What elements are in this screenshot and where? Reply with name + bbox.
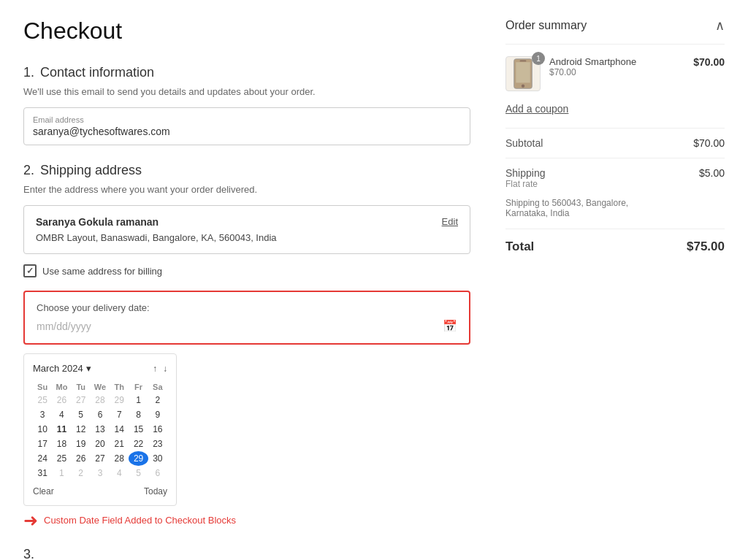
cal-day[interactable]: 16: [148, 422, 167, 437]
cal-day[interactable]: 24: [33, 451, 52, 466]
cal-day[interactable]: 27: [72, 393, 91, 407]
cal-day[interactable]: 26: [52, 393, 71, 407]
cal-day[interactable]: 30: [148, 451, 167, 466]
cal-day[interactable]: 27: [91, 451, 110, 466]
cal-day[interactable]: 22: [129, 437, 148, 451]
shipping-section: 2. Shipping address Enter the address wh…: [23, 163, 470, 529]
cal-day[interactable]: 15: [129, 422, 148, 437]
cal-day[interactable]: 1: [52, 466, 71, 480]
left-column: Checkout 1. Contact information We'll us…: [23, 18, 470, 560]
product-price: $70.00: [693, 56, 725, 68]
address-line: OMBR Layout, Banaswadi, Bangalore, KA, 5…: [36, 232, 458, 243]
cal-day[interactable]: 12: [72, 422, 91, 437]
shipping-label: Shipping: [505, 167, 546, 179]
cal-day[interactable]: 4: [52, 407, 71, 422]
cal-day-selected[interactable]: 29: [129, 451, 148, 466]
shipping-value: $5.00: [699, 167, 725, 179]
cal-day[interactable]: 1: [129, 393, 148, 407]
delivery-date-box: Choose your delivery date: mm/dd/yyyy 📅: [23, 291, 470, 345]
section-3-heading: 3.: [23, 547, 470, 560]
email-input-group: Email address saranya@tychesoftwares.com: [23, 107, 470, 145]
calendar-icon[interactable]: 📅: [443, 319, 457, 333]
cal-day[interactable]: 25: [52, 451, 71, 466]
cal-day[interactable]: 7: [110, 407, 129, 422]
cal-day[interactable]: 28: [110, 451, 129, 466]
cal-day[interactable]: 29: [110, 393, 129, 407]
date-placeholder: mm/dd/yyyy: [37, 321, 91, 332]
calendar-widget: March 2024 ▾ ↑ ↓ Su Mo Tu We Th Fr Sa: [23, 353, 177, 506]
cal-day[interactable]: 28: [91, 393, 110, 407]
cal-day[interactable]: 31: [33, 466, 52, 480]
order-summary-header: Order summary ∧: [505, 18, 725, 45]
order-summary-title: Order summary: [505, 19, 587, 32]
shipping-description: Enter the address where you want your or…: [23, 184, 470, 195]
cal-day[interactable]: 9: [148, 407, 167, 422]
order-summary-toggle[interactable]: ∧: [715, 18, 725, 34]
svg-rect-1: [516, 62, 530, 83]
cal-day[interactable]: 10: [33, 422, 52, 437]
cal-day[interactable]: 23: [148, 437, 167, 451]
cal-header-tu: Tu: [72, 381, 91, 393]
contact-section-number: 1.: [23, 65, 34, 80]
add-coupon-link[interactable]: Add a coupon: [505, 103, 725, 115]
cal-day[interactable]: 19: [72, 437, 91, 451]
email-label: Email address: [33, 115, 461, 124]
subtotal-label: Subtotal: [505, 137, 543, 149]
order-summary-panel: Order summary ∧ 1 Android Smartphone: [505, 18, 725, 560]
edit-address-link[interactable]: Edit: [442, 216, 458, 227]
svg-rect-3: [520, 61, 527, 62]
email-value: saranya@tychesoftwares.com: [33, 126, 170, 137]
cal-day[interactable]: 26: [72, 451, 91, 466]
calendar-grid: Su Mo Tu We Th Fr Sa 25 26 27 28 29 1 2: [33, 381, 167, 480]
calendar-dropdown-icon[interactable]: ▾: [86, 363, 91, 374]
product-info: Android Smartphone $70.00: [549, 56, 684, 77]
calendar-clear-link[interactable]: Clear: [33, 486, 54, 496]
product-quantity-badge: 1: [532, 52, 545, 65]
summary-divider-1: [505, 128, 725, 129]
calendar-prev-arrow[interactable]: ↑: [153, 364, 157, 374]
summary-divider-2: [505, 158, 725, 158]
cal-day[interactable]: 13: [91, 422, 110, 437]
cal-day[interactable]: 5: [129, 466, 148, 480]
subtotal-value: $70.00: [693, 137, 725, 149]
calendar-month-year: March 2024 ▾: [33, 363, 91, 374]
date-input-row: mm/dd/yyyy 📅: [37, 319, 457, 333]
calendar-today-link[interactable]: Today: [144, 486, 167, 496]
cal-day[interactable]: 3: [33, 407, 52, 422]
contact-section-title: Contact information: [40, 65, 154, 80]
cal-day[interactable]: 5: [72, 407, 91, 422]
cal-day[interactable]: 6: [91, 407, 110, 422]
shipping-row: Shipping Flat rate $5.00: [505, 167, 725, 189]
cal-day[interactable]: 14: [110, 422, 129, 437]
cal-day[interactable]: 2: [148, 393, 167, 407]
section-3-number: 3.: [23, 547, 34, 560]
cal-day[interactable]: 2: [72, 466, 91, 480]
cal-day[interactable]: 11: [52, 422, 71, 437]
subtotal-row: Subtotal $70.00: [505, 137, 725, 149]
recipient-name: Saranya Gokula ramanan: [36, 216, 159, 228]
cal-day[interactable]: 20: [91, 437, 110, 451]
cal-header-fr: Fr: [129, 381, 148, 393]
same-billing-checkbox[interactable]: [23, 264, 37, 277]
cal-day[interactable]: 4: [110, 466, 129, 480]
total-label: Total: [505, 239, 534, 254]
cal-header-we: We: [91, 381, 110, 393]
address-box: Saranya Gokula ramanan Edit OMBR Layout,…: [23, 205, 470, 254]
calendar-header: March 2024 ▾ ↑ ↓: [33, 363, 167, 374]
red-arrow-icon: ➜: [23, 512, 38, 529]
cal-day[interactable]: 18: [52, 437, 71, 451]
cal-day[interactable]: 21: [110, 437, 129, 451]
calendar-nav: ↑ ↓: [153, 364, 167, 374]
calendar-next-arrow[interactable]: ↓: [163, 364, 167, 374]
section-3: 3. $5.00 $0.00 $15.00: [23, 547, 470, 560]
cal-day[interactable]: 25: [33, 393, 52, 407]
cal-header-th: Th: [110, 381, 129, 393]
cal-day[interactable]: 17: [33, 437, 52, 451]
cal-day[interactable]: 8: [129, 407, 148, 422]
shipping-section-title: Shipping address: [40, 163, 142, 178]
product-name: Android Smartphone: [549, 56, 684, 67]
total-row: Total $75.00: [505, 229, 725, 254]
cal-day[interactable]: 6: [148, 466, 167, 480]
cal-day[interactable]: 3: [91, 466, 110, 480]
contact-section: 1. Contact information We'll use this em…: [23, 65, 470, 145]
